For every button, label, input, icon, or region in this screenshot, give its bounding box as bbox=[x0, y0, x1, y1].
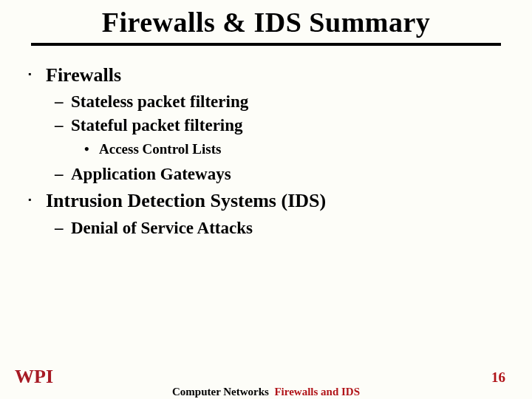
footer-course: Computer Networks bbox=[172, 386, 269, 398]
bullet-stateless: Stateless packet filtering bbox=[71, 91, 510, 113]
bullet-acl: Access Control Lists bbox=[99, 140, 510, 159]
bullet-dos: Denial of Service Attacks bbox=[71, 217, 510, 239]
slide-content: Firewalls Stateless packet filtering Sta… bbox=[0, 46, 532, 239]
bullet-app-gateways: Application Gateways bbox=[71, 163, 510, 185]
slide-title: Firewalls & IDS Summary bbox=[0, 0, 532, 38]
page-number: 16 bbox=[491, 369, 505, 386]
bullet-ids: Intrusion Detection Systems (IDS) bbox=[46, 188, 510, 214]
footer-center: Computer Networks Firewalls and IDS bbox=[0, 386, 532, 398]
bullet-stateful: Stateful packet filtering bbox=[71, 115, 510, 137]
wpi-logo: WPI bbox=[15, 364, 62, 389]
bullet-firewalls: Firewalls bbox=[46, 62, 510, 88]
slide: Firewalls & IDS Summary Firewalls Statel… bbox=[0, 0, 532, 399]
footer-topic: Firewalls and IDS bbox=[274, 386, 360, 398]
logo-text: WPI bbox=[15, 366, 53, 387]
